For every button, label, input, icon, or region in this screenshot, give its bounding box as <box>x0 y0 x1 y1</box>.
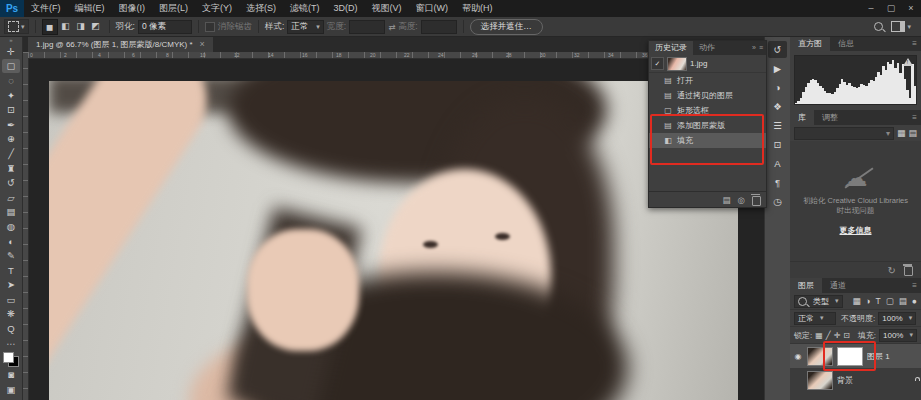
menu-item[interactable]: 文字(Y) <box>195 0 239 17</box>
panel-menu-icon[interactable]: ≡ <box>912 278 921 293</box>
list-view-icon[interactable]: ▤ <box>908 128 917 138</box>
layer-thumbnail[interactable] <box>807 371 833 390</box>
menu-item[interactable]: 视图(V) <box>365 0 409 17</box>
lock-transparency-icon[interactable]: ▦ <box>815 331 823 340</box>
document-tab[interactable]: 1.jpg @ 66.7% (图层 1, 图层蒙版/8/CMYK) * × <box>28 36 213 52</box>
menu-item[interactable]: 编辑(E) <box>68 0 112 17</box>
menu-item[interactable]: 图像(I) <box>112 0 153 17</box>
menu-item[interactable]: 图层(L) <box>152 0 195 17</box>
visibility-eye-icon[interactable]: ◉ <box>793 352 803 361</box>
layer-name[interactable]: 背景 <box>837 375 853 386</box>
trash-icon[interactable] <box>904 266 913 276</box>
healing-brush-tool[interactable]: ⊕ <box>2 132 20 147</box>
pen-tool[interactable]: ✎ <box>2 248 20 263</box>
grid-view-icon[interactable]: ▦ <box>897 128 906 138</box>
screen-mode-button[interactable]: ▣ <box>2 382 20 397</box>
intersect-selection-icon[interactable]: ◩ <box>89 19 103 33</box>
opacity-select[interactable]: 100% ▾ <box>878 312 916 325</box>
panel-menu-icon[interactable]: ≡ <box>759 41 766 55</box>
adjustments-panel-icon[interactable]: ◑ <box>768 79 787 96</box>
history-snapshot-row[interactable]: ✓ 1.jpg <box>649 55 766 73</box>
antialias-checkbox[interactable] <box>205 22 215 32</box>
panel-menu-icon[interactable]: ≡ <box>912 110 921 125</box>
libraries-tab[interactable]: 调整 <box>814 110 846 125</box>
lasso-tool[interactable]: ◌ <box>2 73 20 88</box>
move-tool[interactable]: ✛ <box>2 44 20 59</box>
cached-data-warning-icon[interactable] <box>903 58 913 66</box>
swap-width-height-icon[interactable]: ⇄ <box>388 22 395 32</box>
menu-item[interactable]: 滤镜(T) <box>283 0 327 17</box>
hand-tool[interactable]: ❋ <box>2 307 20 322</box>
filter-shape-layers-icon[interactable]: ▢ <box>886 296 894 306</box>
shape-tool[interactable]: ▭ <box>2 292 20 307</box>
gradient-tool[interactable]: ▤ <box>2 205 20 220</box>
search-icon[interactable] <box>874 22 883 31</box>
path-selection-tool[interactable]: ➤ <box>2 278 20 293</box>
layers-tab[interactable]: 通道 <box>822 278 854 293</box>
quick-selection-tool[interactable]: ✦ <box>2 88 20 103</box>
new-document-from-state-icon[interactable]: ▤ <box>723 195 731 205</box>
layers-tab[interactable]: 图层 <box>790 278 822 293</box>
dodge-tool[interactable]: ◐ <box>2 234 20 249</box>
maximize-button[interactable]: ▢ <box>881 0 901 17</box>
tab-actions[interactable]: 动作 <box>693 41 721 55</box>
minimize-button[interactable]: – <box>861 0 881 17</box>
new-snapshot-camera-icon[interactable]: ◎ <box>738 195 745 205</box>
eraser-tool[interactable]: ▱ <box>2 190 20 205</box>
character-panel-icon[interactable]: A <box>768 155 787 172</box>
lock-position-icon[interactable]: ✛ <box>834 331 841 340</box>
menu-item[interactable]: 帮助(H) <box>455 0 500 17</box>
histogram-tab[interactable]: 信息 <box>830 36 862 51</box>
close-icon[interactable]: × <box>200 39 205 49</box>
fill-select[interactable]: 100% ▾ <box>879 329 917 342</box>
clone-stamp-tool[interactable]: ♜ <box>2 161 20 176</box>
lock-pixels-icon[interactable]: ╱ <box>826 331 831 340</box>
tab-history[interactable]: 历史记录 <box>649 41 693 55</box>
panel-collapse-icon[interactable]: » <box>752 41 759 55</box>
filter-adjustment-layers-icon[interactable]: ◑ <box>865 296 870 306</box>
layer-filter-select[interactable]: 类型 ▾ <box>794 295 843 308</box>
toolbar-collapse-icon[interactable]: » <box>9 37 12 44</box>
filter-type-layers-icon[interactable]: T <box>876 296 881 306</box>
menu-item[interactable]: 选择(S) <box>239 0 283 17</box>
blend-mode-select[interactable]: 正常 ▾ <box>794 312 836 325</box>
new-selection-icon[interactable]: ◼ <box>42 19 58 35</box>
add-to-selection-icon[interactable]: ◧ <box>59 19 73 33</box>
subtract-from-selection-icon[interactable]: ◨ <box>74 19 88 33</box>
type-tool[interactable]: T <box>2 263 20 278</box>
trash-icon[interactable] <box>752 196 761 206</box>
history-step[interactable]: ▤通过拷贝的图层 <box>649 88 766 103</box>
feather-input[interactable]: 0 像素 <box>138 20 192 34</box>
styles-panel-icon[interactable]: ❖ <box>768 98 787 115</box>
menu-item[interactable]: 文件(F) <box>24 0 68 17</box>
width-input[interactable] <box>349 20 385 34</box>
workspace-switcher[interactable]: ▾ <box>891 21 911 32</box>
timeline-panel-icon[interactable]: ◷ <box>768 193 787 210</box>
canvas-image[interactable] <box>49 81 738 400</box>
lock-artboard-icon[interactable]: ⊡ <box>843 331 850 340</box>
filter-pixel-layers-icon[interactable]: ▦ <box>852 296 860 306</box>
blur-tool[interactable]: ◍ <box>2 219 20 234</box>
zoom-tool[interactable]: Q <box>2 321 20 336</box>
filter-toggle-icon[interactable]: ● <box>912 296 917 306</box>
select-and-mask-button[interactable]: 选择并遮住… <box>470 19 543 35</box>
properties-panel-icon[interactable]: ☰ <box>768 117 787 134</box>
filter-smart-objects-icon[interactable]: ▤ <box>899 296 907 306</box>
sync-icon[interactable]: ↻ <box>888 265 896 276</box>
foreground-color-swatch[interactable] <box>3 352 14 363</box>
height-input[interactable] <box>421 20 457 34</box>
history-step[interactable]: ▤打开 <box>649 73 766 88</box>
color-swatches[interactable] <box>3 352 19 367</box>
quick-mask-button[interactable]: ◙ <box>2 367 20 382</box>
history-brush-source-icon[interactable]: ✓ <box>651 57 664 70</box>
clone-source-panel-icon[interactable]: ⊡ <box>768 136 787 153</box>
eyedropper-tool[interactable]: ✒ <box>2 117 20 132</box>
close-button[interactable]: × <box>901 0 921 17</box>
paragraph-panel-icon[interactable]: ¶ <box>768 174 787 191</box>
panel-menu-icon[interactable]: ≡ <box>912 36 921 51</box>
menu-item[interactable]: 3D(D) <box>327 0 365 17</box>
edit-toolbar[interactable]: ⋯ <box>2 336 20 351</box>
more-info-link[interactable]: 更多信息 <box>840 225 872 236</box>
history-panel-icon[interactable]: ↺ <box>768 41 787 58</box>
marquee-tool[interactable]: ▢ <box>2 59 20 74</box>
